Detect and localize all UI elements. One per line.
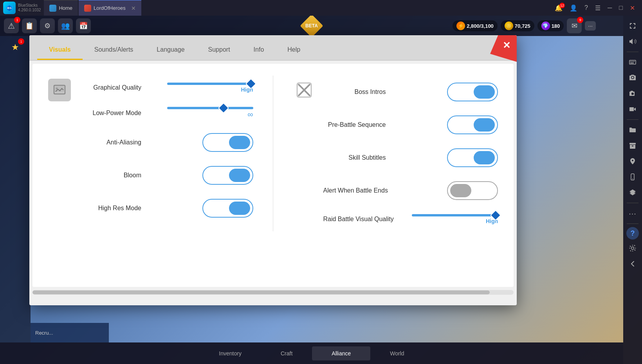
- settings-modal: ✕ Visuals Sounds/Alerts Language Support…: [29, 35, 517, 305]
- anti-aliasing-label: Anti-Aliasing: [79, 139, 141, 146]
- nav-item-inventory[interactable]: Inventory: [199, 346, 261, 360]
- beta-logo: BETA: [301, 16, 322, 36]
- sidebar-location-icon[interactable]: [626, 154, 640, 168]
- tab-info[interactable]: Info: [242, 41, 276, 60]
- tab-visuals[interactable]: Visuals: [37, 41, 83, 60]
- svg-rect-3: [629, 60, 636, 64]
- nav-item-craft[interactable]: Craft: [261, 346, 312, 360]
- titlebar-tab-home[interactable]: Home: [44, 0, 78, 16]
- sidebar-volume-icon[interactable]: [626, 34, 640, 49]
- high-res-mode-toggle[interactable]: [202, 199, 253, 218]
- bluestacks-logo: BS BlueStacks 4.260.0.1032: [0, 2, 44, 14]
- nav-item-world[interactable]: World: [370, 346, 424, 360]
- low-power-mode-label: Low-Power Mode: [79, 110, 141, 117]
- toolbar-quest-icon[interactable]: 📋: [22, 18, 37, 33]
- more-resources-button[interactable]: ···: [585, 21, 596, 31]
- svg-rect-10: [629, 143, 636, 144]
- resource-bar: ⚡ 2,800/3,100 🪙 70,725 💎 180 ✉ 9 ···: [453, 18, 596, 33]
- pre-battle-sequence-label: Pre-Battle Sequence: [323, 121, 386, 128]
- tab-close[interactable]: ✕: [131, 5, 136, 11]
- graphical-quality-row: Graphical Quality High: [79, 76, 253, 100]
- sidebar-back-icon[interactable]: [626, 257, 640, 271]
- toolbar-social-icon[interactable]: 👥: [58, 18, 73, 33]
- bloom-toggle[interactable]: [202, 166, 253, 185]
- toolbar-calendar-icon[interactable]: 📅: [76, 18, 91, 33]
- slider-track-rq[interactable]: [412, 214, 498, 216]
- sidebar-divider-4: [627, 223, 638, 224]
- sidebar-video-icon[interactable]: [626, 102, 640, 116]
- settings-tabs: Visuals Sounds/Alerts Language Support I…: [29, 35, 517, 61]
- right-sidebar: ··· ?: [623, 16, 642, 364]
- svg-text:BS: BS: [7, 6, 12, 10]
- bloom-knob: [229, 169, 250, 182]
- low-power-mode-slider[interactable]: ∞: [167, 107, 253, 119]
- energy-resource: ⚡ 2,800/3,100: [453, 20, 498, 31]
- raid-visual-quality-row: Raid Battle Visual Quality High: [323, 207, 498, 231]
- sidebar-expand-icon[interactable]: [626, 19, 640, 33]
- toolbar-settings-icon[interactable]: ⚙: [40, 18, 55, 33]
- skill-subtitles-knob: [474, 151, 495, 164]
- alert-battle-ends-toggle[interactable]: [447, 181, 498, 200]
- tab-language[interactable]: Language: [145, 41, 196, 60]
- sidebar-help-icon[interactable]: ?: [626, 227, 639, 240]
- sidebar-folder-icon[interactable]: [626, 123, 640, 137]
- user-button[interactable]: 👤: [567, 3, 580, 13]
- settings-right-section: Boss Intros Pre-Battle Sequence: [273, 76, 498, 231]
- sidebar-divider-2: [627, 119, 638, 120]
- pre-battle-sequence-row: Pre-Battle Sequence: [323, 108, 498, 141]
- right-settings-rows: Boss Intros Pre-Battle Sequence: [323, 76, 498, 231]
- boss-intros-knob: [474, 85, 495, 99]
- raid-visual-quality-slider[interactable]: High: [412, 214, 498, 224]
- svg-rect-6: [633, 61, 633, 62]
- svg-rect-4: [630, 61, 631, 62]
- sidebar-phone-icon[interactable]: [626, 170, 640, 184]
- graphical-quality-slider[interactable]: High: [167, 83, 253, 93]
- sidebar-more-icon[interactable]: ···: [626, 206, 640, 220]
- toolbar-alert-icon[interactable]: ⚠ 1: [4, 18, 19, 33]
- menu-button[interactable]: ☰: [593, 3, 603, 13]
- sidebar-settings-icon[interactable]: [626, 241, 640, 255]
- scrollbar-thumb: [32, 290, 490, 294]
- tab-sounds[interactable]: Sounds/Alerts: [83, 41, 145, 60]
- sidebar-screenshot-icon[interactable]: [626, 71, 640, 85]
- alert-battle-ends-row: Alert When Battle Ends: [323, 174, 498, 207]
- alert-battle-ends-label: Alert When Battle Ends: [323, 187, 388, 194]
- left-panel-icon-1[interactable]: ★ 1: [7, 39, 23, 56]
- pre-battle-sequence-toggle[interactable]: [447, 115, 498, 134]
- slider-track-gq[interactable]: [167, 83, 253, 85]
- gems-resource: 💎 180: [537, 20, 564, 31]
- mail-button[interactable]: ✉ 9: [567, 18, 582, 33]
- boss-intros-toggle[interactable]: [447, 83, 498, 101]
- settings-scrollbar[interactable]: [32, 290, 514, 295]
- tab-help[interactable]: Help: [276, 41, 312, 60]
- raid-visual-quality-value: High: [412, 218, 498, 224]
- settings-content: Graphical Quality High Low-Power Mode: [32, 64, 514, 287]
- sidebar-archive-icon[interactable]: [626, 139, 640, 153]
- anti-aliasing-toggle[interactable]: [202, 133, 253, 152]
- sidebar-keyboard-icon[interactable]: [626, 55, 640, 69]
- close-button-titlebar[interactable]: ✕: [628, 3, 637, 13]
- battle-section-icon: [293, 79, 316, 101]
- nav-item-alliance[interactable]: Alliance: [312, 346, 370, 360]
- alert-battle-ends-knob: [450, 184, 471, 197]
- left-panel: ★ 1: [0, 36, 31, 342]
- sidebar-camera-icon[interactable]: [626, 86, 640, 101]
- recruit-bar[interactable]: Recru...: [31, 323, 109, 342]
- settings-left-section: Graphical Quality High Low-Power Mode: [48, 76, 273, 231]
- svg-rect-5: [631, 61, 632, 62]
- lp-badge-1: 1: [18, 38, 24, 45]
- minimize-button[interactable]: ─: [605, 3, 614, 13]
- gold-resource: 🪙 70,725: [501, 20, 534, 31]
- skill-subtitles-toggle[interactable]: [447, 148, 498, 167]
- help-button-titlebar[interactable]: ?: [582, 3, 590, 13]
- maximize-button[interactable]: □: [617, 3, 625, 13]
- sidebar-divider-1: [627, 52, 638, 52]
- alert-badge: 1: [14, 17, 20, 23]
- slider-track-lp[interactable]: [167, 107, 253, 109]
- tab-support[interactable]: Support: [197, 41, 242, 60]
- mail-badge: 9: [577, 17, 583, 23]
- sidebar-layers-icon[interactable]: [626, 186, 640, 200]
- notifications-button[interactable]: 🔔 12: [552, 3, 565, 13]
- high-res-mode-label: High Res Mode: [79, 205, 141, 212]
- titlebar-tab-lordofheroes[interactable]: LordOfHeroes ✕: [79, 0, 141, 16]
